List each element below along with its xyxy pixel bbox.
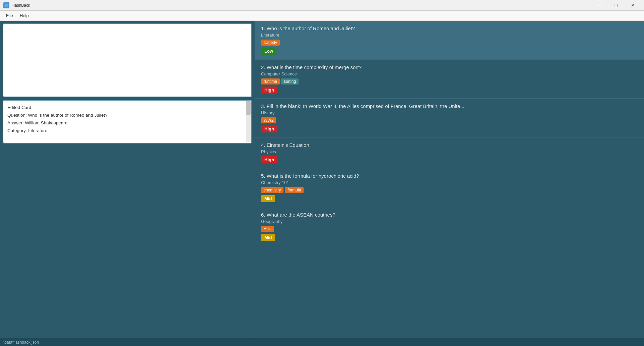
app-title: FlashBack <box>11 3 30 8</box>
card-title: 6. What are the ASEAN coutries? <box>261 212 638 218</box>
card-category: Computer Science <box>261 71 638 76</box>
tag: Asia <box>261 226 274 232</box>
dark-area <box>3 146 252 335</box>
edit-area[interactable]: Edited Card: Question: Who is the author… <box>3 100 252 143</box>
tag: runtime <box>261 78 280 84</box>
card-list[interactable]: 1. Who is the author of Romeo and Juliet… <box>255 21 644 338</box>
card-tags: runtimesorting <box>261 78 638 84</box>
difficulty-badge: High <box>261 156 277 163</box>
edit-scrollbar-thumb[interactable] <box>246 101 251 115</box>
card-title: 1. Who is the author of Romeo and Juliet… <box>261 25 638 31</box>
tag: sorting <box>281 78 299 84</box>
tag: formula <box>285 187 304 193</box>
app-icon: F <box>3 2 9 8</box>
tag: WW2 <box>261 117 276 123</box>
card-item[interactable]: 5. What is the formula for hydrochloric … <box>255 168 644 207</box>
card-item[interactable]: 1. Who is the author of Romeo and Juliet… <box>255 21 644 60</box>
card-category: History <box>261 110 638 115</box>
edit-line2: Question: Who is the author of Romeo and… <box>7 112 247 119</box>
difficulty-badge: Low <box>261 48 276 55</box>
card-tags: WW2 <box>261 117 638 123</box>
card-category: Literature <box>261 33 638 38</box>
card-category: Geography <box>261 219 638 224</box>
card-title: 2. What is the time complexity of merge … <box>261 64 638 70</box>
card-tags: Asia <box>261 226 638 232</box>
card-title: 5. What is the formula for hydrochloric … <box>261 173 638 179</box>
left-panel: Edited Card: Question: Who is the author… <box>0 21 255 338</box>
minimize-button[interactable]: — <box>592 0 607 10</box>
difficulty-badge: Mid <box>261 234 275 241</box>
card-title: 3. Fill in the blank: In World War II, t… <box>261 103 638 109</box>
preview-area <box>3 23 252 97</box>
card-category: Physics <box>261 149 638 154</box>
title-bar: F FlashBack — □ ✕ <box>0 0 644 11</box>
file-menu[interactable]: File <box>3 12 16 19</box>
difficulty-badge: High <box>261 125 277 132</box>
close-button[interactable]: ✕ <box>625 0 641 10</box>
main-content: Edited Card: Question: Who is the author… <box>0 21 644 338</box>
difficulty-badge: Mid <box>261 195 275 202</box>
card-tags: tragedy <box>261 40 638 46</box>
tag: chemistry <box>261 187 283 193</box>
card-tags: chemistryformula <box>261 187 638 193</box>
window-controls: — □ ✕ <box>592 0 641 10</box>
maximize-button[interactable]: □ <box>608 0 624 10</box>
difficulty-badge: High <box>261 86 277 94</box>
edit-scrollbar[interactable] <box>246 101 251 142</box>
card-category: Chemistry 101 <box>261 180 638 185</box>
help-menu[interactable]: Help <box>16 12 32 19</box>
card-title: 4. Einstein's Equation <box>261 142 638 148</box>
edit-line4: Category: Literature <box>7 127 247 135</box>
card-item[interactable]: 4. Einstein's EquationPhysicsHigh <box>255 137 644 168</box>
card-item[interactable]: 2. What is the time complexity of merge … <box>255 60 644 99</box>
edit-line3: Answer: William Shakespeare <box>7 119 247 127</box>
card-item[interactable]: 3. Fill in the blank: In World War II, t… <box>255 99 644 137</box>
card-item[interactable]: 6. What are the ASEAN coutries?Geography… <box>255 207 644 246</box>
menu-bar: File Help <box>0 11 644 21</box>
edit-text: Edited Card: Question: Who is the author… <box>7 104 247 135</box>
status-path: \data\flashback.json <box>3 340 39 345</box>
tag: tragedy <box>261 40 280 46</box>
status-bar: \data\flashback.json <box>0 338 644 346</box>
edit-line1: Edited Card: <box>7 104 247 112</box>
svg-text:F: F <box>6 4 7 7</box>
